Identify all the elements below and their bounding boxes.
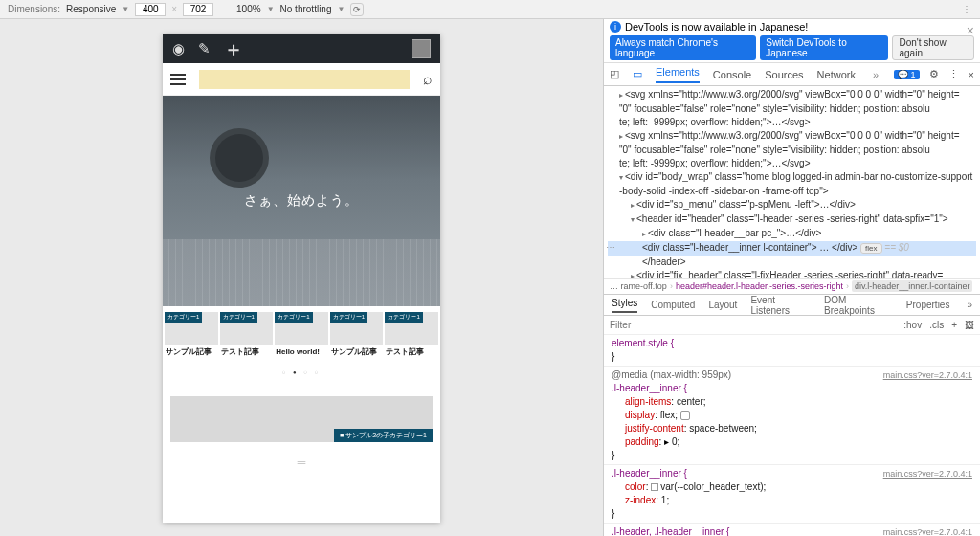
device-toolbar: Dimensions: Responsive ▼ × 100% ▼ No thr… (0, 0, 980, 19)
dim-separator: × (171, 4, 177, 14)
styles-menu-icon[interactable]: 🖼 (965, 320, 974, 330)
devtools-tabs: ◰ ▭ Elements Console Sources Network » 💬… (604, 63, 980, 86)
category-badge: カテゴリー1 (330, 312, 368, 323)
category-badge: カテゴリー1 (275, 312, 312, 323)
add-new-icon[interactable]: ＋ (224, 36, 243, 62)
card-title[interactable]: サンプル記事 (330, 345, 384, 360)
post-slider[interactable]: カテゴリー1サンプル記事 カテゴリー1テスト記事 カテゴリー1Hello wor… (163, 306, 440, 366)
styles-filter-row: :hov .cls + 🖼 (604, 316, 980, 335)
dismiss-button[interactable]: Don't show again (892, 35, 974, 60)
source-link[interactable]: main.css?ver=2.7.0.4:1 (883, 525, 972, 536)
more-tabs-icon[interactable]: » (873, 69, 879, 80)
color-swatch[interactable] (651, 483, 658, 491)
switch-language-button[interactable]: Switch DevTools to Japanese (760, 35, 888, 60)
source-link[interactable]: main.css?ver=2.7.0.4:1 (883, 467, 972, 480)
card-title[interactable]: Hello world! (275, 345, 328, 360)
css-rule: main.css?ver=2.7.0.4:1 .l-header, .l-hea… (604, 524, 980, 536)
gear-icon[interactable]: ⚙ (929, 68, 939, 80)
tab-properties[interactable]: Properties (906, 300, 950, 310)
chevron-down-icon[interactable]: ▼ (122, 5, 129, 13)
card-title[interactable]: テスト記事 (220, 345, 274, 360)
height-input[interactable] (183, 3, 213, 16)
tab-sources[interactable]: Sources (765, 69, 803, 80)
device-preview-pane: ◉ ✎ ＋ ⌕ さぁ、始めよう。 カテゴリー1サンプル記事 カテゴリー1テスト記… (0, 19, 603, 536)
tab-layout[interactable]: Layout (708, 300, 737, 310)
rotate-icon[interactable]: ⟳ (350, 3, 364, 16)
dimensions-label: Dimensions: (8, 4, 60, 14)
kebab-menu-icon[interactable]: ⋮ (962, 4, 972, 14)
avatar[interactable] (412, 39, 431, 58)
hov-toggle[interactable]: :hov (903, 320, 922, 330)
hero-tagline: さぁ、始めよう。 (244, 192, 359, 210)
info-icon: i (610, 21, 621, 33)
hero-keyboard (163, 239, 440, 306)
customize-icon[interactable]: ✎ (198, 40, 211, 57)
breadcrumb[interactable]: … rame-off.top › header#header.l-header.… (604, 278, 980, 295)
site-logo[interactable] (199, 70, 410, 89)
search-icon[interactable]: ⌕ (423, 71, 433, 88)
device-frame: ◉ ✎ ＋ ⌕ さぁ、始めよう。 カテゴリー1サンプル記事 カテゴリー1テスト記… (163, 34, 440, 523)
block-category-tag[interactable]: ■ サンプル2の子カテゴリー1 (334, 429, 433, 442)
slider-pager[interactable]: ○ ● ○ ○ (163, 366, 440, 387)
crumb[interactable]: … rame-off.top (610, 281, 667, 291)
tab-event-listeners[interactable]: Event Listeners (750, 295, 811, 316)
css-rule: main.css?ver=2.7.0.4:1 .l-header__inner … (604, 465, 980, 524)
wp-admin-bar: ◉ ✎ ＋ (163, 34, 440, 63)
selected-dom-node: <div class="l-header__inner l-container"… (608, 241, 976, 256)
card-title[interactable]: テスト記事 (385, 345, 438, 360)
css-rules[interactable]: element.style { } main.css?ver=2.7.0.4:1… (604, 335, 980, 536)
card: カテゴリー1テスト記事 (220, 312, 274, 360)
content-block: ■ サンプル2の子カテゴリー1 (170, 396, 433, 442)
tab-network[interactable]: Network (817, 69, 856, 80)
source-link[interactable]: main.css?ver=2.7.0.4:1 (883, 368, 972, 382)
crumb[interactable]: header#header.l-header.-series.-series-r… (676, 281, 843, 291)
chevron-down-icon[interactable]: ▼ (337, 5, 345, 13)
drag-handle-icon[interactable]: ═ (163, 452, 440, 469)
hamburger-icon[interactable] (170, 74, 186, 85)
tab-styles[interactable]: Styles (612, 298, 637, 313)
match-language-button[interactable]: Always match Chrome's language (610, 35, 756, 60)
notice-text: DevTools is now available in Japanese! (625, 21, 808, 33)
kebab-menu-icon[interactable]: ⋮ (948, 68, 959, 80)
styles-filter-input[interactable] (610, 320, 903, 330)
close-icon[interactable]: × (969, 69, 974, 80)
card-title[interactable]: サンプル記事 (165, 345, 218, 360)
crumb-selected[interactable]: div.l-header__inner.l-container (852, 280, 972, 292)
hero: さぁ、始めよう。 (163, 96, 440, 306)
card: カテゴリー1Hello world! (275, 312, 328, 360)
category-badge: カテゴリー1 (220, 312, 257, 323)
close-icon[interactable]: × (967, 23, 974, 38)
tab-computed[interactable]: Computed (651, 300, 695, 310)
chevron-down-icon[interactable]: ▼ (267, 5, 275, 13)
category-badge: カテゴリー1 (165, 312, 202, 323)
card: カテゴリー1サンプル記事 (165, 312, 218, 360)
inspect-icon[interactable]: ◰ (610, 68, 619, 80)
css-rule: main.css?ver=2.7.0.4:1 @media (max-width… (604, 367, 980, 465)
zoom-select[interactable]: 100% (236, 4, 261, 14)
site-header: ⌕ (163, 63, 440, 96)
styles-tabs: Styles Computed Layout Event Listeners D… (604, 295, 980, 316)
hero-mug (215, 134, 263, 182)
device-mode-icon[interactable]: ▭ (633, 68, 642, 80)
tab-dom-breakpoints[interactable]: DOM Breakpoints (824, 295, 893, 316)
issues-badge[interactable]: 💬 1 (894, 70, 920, 79)
new-rule-button[interactable]: + (951, 320, 957, 330)
device-select[interactable]: Responsive (66, 4, 116, 14)
dom-tree[interactable]: <svg xmlns="http://www.w3.org/2000/svg" … (604, 86, 980, 278)
card: カテゴリー1サンプル記事 (330, 312, 384, 360)
css-rule: element.style { } (604, 335, 980, 367)
card: カテゴリー1テスト記事 (385, 312, 438, 360)
cls-toggle[interactable]: .cls (929, 320, 944, 330)
tab-elements[interactable]: Elements (656, 66, 700, 83)
category-badge: カテゴリー1 (385, 312, 422, 323)
flex-editor-icon[interactable] (680, 411, 690, 420)
throttling-select[interactable]: No throttling (280, 4, 332, 14)
devtools-panel: i DevTools is now available in Japanese!… (603, 19, 980, 536)
devtools-notice: i DevTools is now available in Japanese!… (604, 19, 980, 63)
width-input[interactable] (135, 3, 166, 16)
more-tabs-icon[interactable]: » (967, 300, 972, 310)
dashboard-icon[interactable]: ◉ (172, 40, 185, 57)
tab-console[interactable]: Console (713, 69, 751, 80)
